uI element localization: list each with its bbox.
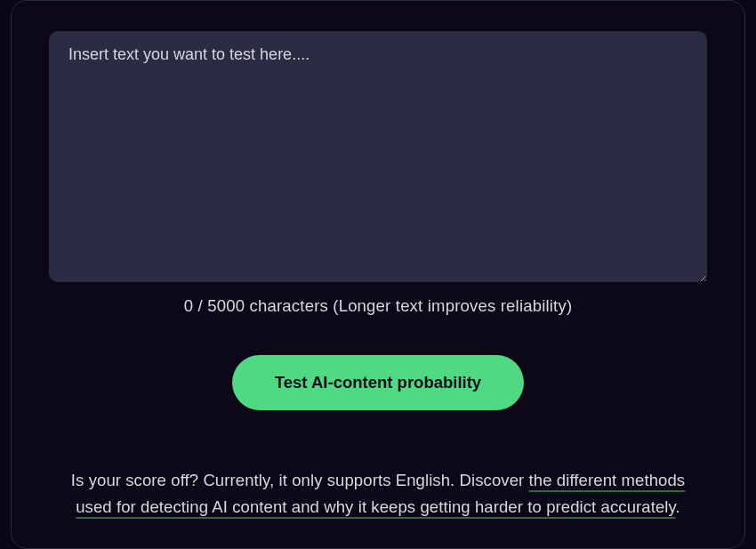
text-input[interactable] <box>49 31 707 282</box>
footer-suffix: . <box>676 497 680 516</box>
content-area: 0 / 5000 characters (Longer text improve… <box>12 1 744 410</box>
character-counter: 0 / 5000 characters (Longer text improve… <box>49 296 707 316</box>
test-button[interactable]: Test AI-content probability <box>232 355 524 410</box>
counter-current: 0 <box>184 296 194 315</box>
footer-prefix: Is your score off? Currently, it only su… <box>71 471 529 489</box>
footer-note: Is your score off? Currently, it only su… <box>12 467 744 521</box>
button-row: Test AI-content probability <box>49 355 707 410</box>
counter-max: 5000 <box>207 296 245 315</box>
counter-hint: (Longer text improves reliability) <box>333 296 572 315</box>
main-panel: 0 / 5000 characters (Longer text improve… <box>11 0 745 549</box>
